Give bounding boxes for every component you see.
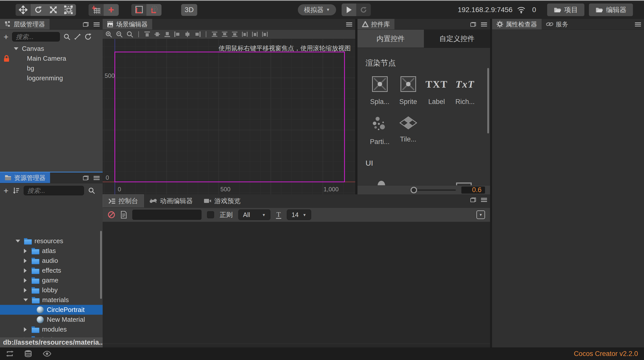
asset-folder-resources[interactable]: resources [0, 236, 103, 246]
distribute-left-icon[interactable] [242, 31, 248, 37]
align-top-icon[interactable] [144, 31, 150, 37]
distribute-vertical-icon[interactable] [221, 31, 228, 37]
eye-icon[interactable] [43, 351, 51, 357]
collapse-arrow-icon[interactable] [16, 240, 20, 242]
anchor-grid-button[interactable] [89, 4, 104, 16]
tab-scene[interactable]: 场景编辑器 [103, 19, 152, 29]
console-filter-input[interactable] [132, 210, 202, 220]
panel-menu-icon[interactable] [481, 22, 487, 26]
tab-hierarchy[interactable]: 层级管理器 [0, 19, 50, 29]
rotate-tool-button[interactable] [31, 4, 46, 16]
zoom-out-icon[interactable] [116, 31, 123, 38]
expand-arrow-icon[interactable] [24, 249, 27, 253]
regex-checkbox[interactable] [207, 211, 214, 218]
layout-copy-icon[interactable] [83, 176, 89, 180]
widget-tiledmap[interactable]: Tile... [394, 116, 422, 146]
panel-menu-icon[interactable] [635, 22, 641, 26]
scale-tool-button[interactable] [46, 4, 61, 16]
align-left-icon[interactable] [174, 31, 181, 37]
widget-splash[interactable]: Spla... [366, 76, 394, 106]
expand-arrow-icon[interactable] [24, 288, 27, 293]
assets-search-input[interactable] [24, 186, 84, 195]
create-asset-button[interactable]: + [4, 186, 9, 195]
tab-inspector[interactable]: 属性检查器 [492, 19, 542, 29]
asset-folder-game[interactable]: game [0, 275, 103, 285]
widget-particle[interactable]: Parti... [366, 116, 394, 146]
scene-viewport[interactable]: 使用鼠标右键平移视窗焦点，使用滚轮缩放视图 500 0 0 500 1,000 [103, 39, 355, 194]
play-button[interactable] [342, 4, 356, 16]
anchor-center-button[interactable] [104, 4, 119, 16]
panel-menu-icon[interactable] [481, 198, 487, 202]
rect-transform-tool-button[interactable] [61, 4, 76, 16]
asset-material-circleportrait[interactable]: CirclePortrait [0, 305, 103, 315]
open-project-button[interactable]: 项目 [547, 4, 584, 16]
tree-node-bg[interactable]: bg [0, 63, 103, 73]
library-scrollbar[interactable] [487, 68, 489, 133]
sort-icon[interactable] [13, 187, 20, 194]
font-size-dropdown[interactable]: 14 ▼ [287, 209, 311, 220]
tab-console[interactable]: 控制台 [103, 194, 144, 207]
widget-sprite[interactable]: Sprite [394, 76, 422, 106]
local-space-button[interactable] [131, 4, 146, 16]
tab-game-preview[interactable]: 游戏预览 [198, 194, 246, 207]
tab-assets[interactable]: 资源管理器 [0, 172, 50, 183]
asset-folder-materials[interactable]: materials [0, 295, 103, 305]
search-icon[interactable] [63, 33, 70, 40]
collapse-toggle-button[interactable]: ▼ [476, 210, 485, 219]
expand-arrow-icon[interactable] [24, 327, 27, 332]
panel-menu-icon[interactable] [94, 176, 100, 180]
3d-toggle-button[interactable]: 3D [181, 4, 197, 16]
tree-node-canvas[interactable]: Canvas [0, 44, 103, 54]
search-icon[interactable] [88, 187, 95, 194]
tab-builtin-widgets[interactable]: 内置控件 [357, 30, 424, 48]
distribute-horizontal-icon[interactable] [252, 31, 258, 37]
align-bottom-icon[interactable] [164, 31, 171, 37]
align-horizontal-center-icon[interactable] [184, 31, 191, 37]
asset-folder-lobby[interactable]: lobby [0, 285, 103, 295]
reload-button[interactable] [356, 4, 371, 16]
tab-custom-widgets[interactable]: 自定义控件 [424, 30, 490, 48]
asset-folder-effects[interactable]: effects [0, 266, 103, 275]
log-file-icon[interactable] [121, 211, 127, 219]
slider-knob[interactable] [411, 187, 417, 193]
collapse-arrow-icon[interactable] [14, 47, 18, 50]
widget-label[interactable]: TXT Label [422, 76, 451, 106]
tab-control-library[interactable]: 控件库 [357, 19, 394, 29]
panel-menu-icon[interactable] [94, 22, 100, 26]
log-level-dropdown[interactable]: All ▼ [238, 209, 270, 220]
asset-folder-atlas[interactable]: atlas [0, 246, 103, 256]
world-space-button[interactable] [146, 4, 162, 16]
distribute-right-icon[interactable] [262, 31, 268, 37]
layout-copy-icon[interactable] [83, 22, 89, 27]
collapse-arrow-icon[interactable] [23, 299, 28, 301]
align-right-icon[interactable] [194, 31, 201, 37]
layout-copy-icon[interactable] [470, 22, 476, 27]
clear-console-icon[interactable] [108, 211, 115, 219]
expand-arrow-icon[interactable] [24, 278, 27, 283]
move-tool-button[interactable] [16, 4, 31, 16]
align-vertical-center-icon[interactable] [154, 31, 160, 37]
tab-services[interactable]: 服务 [542, 19, 573, 29]
refresh-icon[interactable] [85, 33, 92, 40]
expand-all-icon[interactable] [74, 33, 81, 40]
assets-scrollbar[interactable] [100, 231, 102, 299]
asset-material-new-material[interactable]: New Material [0, 315, 103, 325]
asset-folder-audio[interactable]: audio [0, 256, 103, 266]
distribute-bottom-icon[interactable] [231, 31, 238, 37]
icon-zoom-slider[interactable] [411, 190, 456, 191]
hierarchy-search-input[interactable] [12, 32, 60, 42]
tree-node-main-camera[interactable]: Main Camera [0, 54, 103, 63]
open-editor-button[interactable]: 编辑器 [589, 4, 633, 16]
tree-node-logorenming[interactable]: logorenming [0, 73, 103, 83]
sync-icon[interactable] [6, 350, 14, 357]
distribute-top-icon[interactable] [211, 31, 218, 37]
asset-folder-modules[interactable]: modules [0, 325, 103, 334]
tab-animation-editor[interactable]: 动画编辑器 [144, 194, 198, 207]
widget-richtext[interactable]: TxT Rich... [451, 76, 479, 106]
zoom-in-icon[interactable] [105, 31, 112, 38]
panel-menu-icon[interactable] [346, 22, 352, 26]
expand-arrow-icon[interactable] [24, 268, 27, 273]
expand-arrow-icon[interactable] [24, 259, 27, 263]
simulator-dropdown[interactable]: 模拟器 ▼ [298, 4, 336, 15]
create-node-button[interactable]: + [4, 32, 9, 41]
